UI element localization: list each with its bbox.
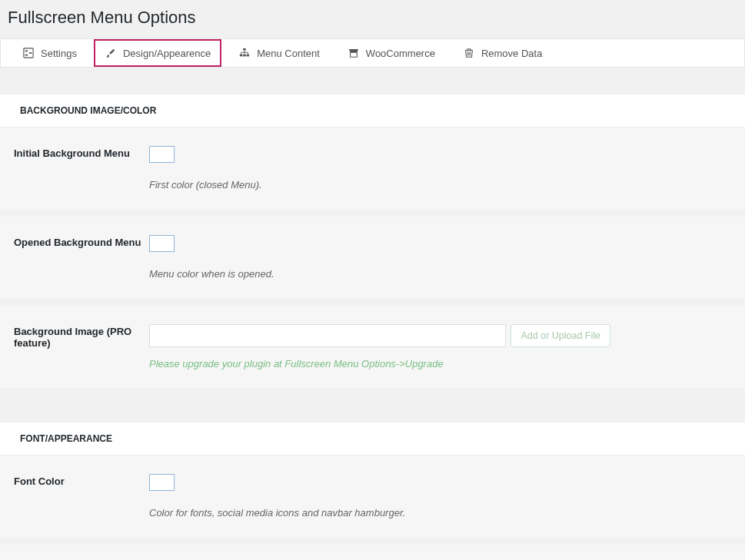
tab-label: WooCommerce — [366, 48, 435, 59]
tab-woocommerce[interactable]: WooCommerce — [337, 39, 446, 67]
svg-rect-5 — [240, 55, 243, 57]
help-text: First color (closed Menu). — [149, 179, 731, 191]
page-title: Fullscreen Menu Options — [0, 0, 745, 38]
tab-settings[interactable]: Settings — [12, 39, 88, 67]
brush-icon — [105, 47, 117, 59]
upgrade-note: Please upgrade your plugin at Fullscreen… — [149, 358, 731, 369]
tabs-nav: Settings Design/Appearence Menu Content … — [0, 38, 745, 68]
field-opened-background: Opened Background Menu Menu color when i… — [0, 217, 745, 306]
field-font-color: Font Color Color for fonts, social media… — [0, 456, 745, 545]
section-header-font: FONT/APPEARANCE — [0, 422, 745, 456]
field-label: Opened Background Menu — [14, 235, 149, 248]
tab-label: Design/Appearence — [123, 48, 211, 59]
field-label: Background Image (PRO feature) — [14, 324, 149, 349]
field-background-image: Background Image (PRO feature) Add or Up… — [0, 306, 745, 396]
tab-design-appearance[interactable]: Design/Appearence — [94, 39, 221, 67]
tab-label: Settings — [41, 48, 77, 59]
svg-rect-1 — [25, 51, 28, 52]
field-label: Font Color — [14, 474, 149, 487]
svg-rect-7 — [247, 55, 250, 57]
store-icon — [348, 47, 360, 59]
trash-icon — [463, 47, 475, 59]
tab-label: Remove Data — [481, 48, 542, 59]
section-header-background: BACKGROUND IMAGE/COLOR — [0, 94, 745, 128]
svg-rect-6 — [243, 55, 246, 57]
color-picker-font-color[interactable] — [149, 474, 175, 491]
background-image-input[interactable] — [149, 324, 506, 347]
field-initial-background: Initial Background Menu First color (clo… — [0, 128, 745, 217]
color-picker-initial-bg[interactable] — [149, 146, 175, 163]
color-picker-opened-bg[interactable] — [149, 235, 175, 252]
svg-rect-3 — [25, 55, 28, 56]
help-text: Color for fonts, social media icons and … — [149, 507, 731, 519]
sitemap-icon — [238, 47, 251, 59]
help-text: Menu color when is opened. — [149, 268, 731, 280]
tab-remove-data[interactable]: Remove Data — [452, 39, 553, 67]
field-lateral-menu: Lateral menu at specific pages? This opt… — [0, 545, 745, 560]
upload-file-button[interactable]: Add or Upload File — [511, 324, 610, 347]
svg-rect-4 — [243, 48, 246, 51]
field-label: Initial Background Menu — [14, 146, 149, 159]
sliders-icon — [22, 47, 35, 59]
tab-label: Menu Content — [257, 48, 320, 59]
svg-rect-2 — [29, 52, 32, 54]
tab-menu-content[interactable]: Menu Content — [228, 39, 331, 67]
